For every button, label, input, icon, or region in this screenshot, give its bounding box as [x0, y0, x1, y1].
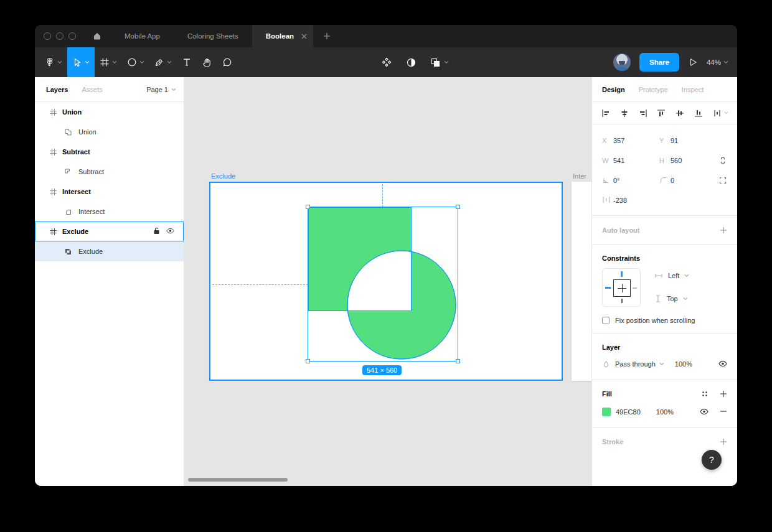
fill-hex-field[interactable]: 49EC80 [616, 408, 641, 416]
selection-bounding-box[interactable] [308, 207, 458, 361]
page-selector[interactable]: Page 1 [146, 86, 176, 93]
text-tool-button[interactable] [177, 47, 197, 77]
w-value-field[interactable]: 541 [613, 157, 659, 164]
h-value-field[interactable]: 560 [671, 157, 717, 164]
constrain-proportions-icon[interactable] [718, 156, 727, 165]
horizontal-scrollbar[interactable] [188, 478, 288, 482]
tab-layers[interactable]: Layers [46, 86, 68, 93]
layer-row-intersect[interactable]: Intersect [35, 202, 184, 222]
constraint-right-tick[interactable] [633, 287, 637, 289]
alignment-toolbar [592, 102, 737, 124]
constraint-top-tick[interactable] [621, 271, 623, 277]
rotation-value-field[interactable]: 0° [613, 177, 659, 184]
unlock-icon[interactable] [153, 227, 160, 236]
close-tab-icon[interactable] [301, 34, 307, 39]
distribute-spacing-icon[interactable] [712, 108, 728, 118]
fill-styles-icon[interactable] [701, 390, 708, 398]
tab-design[interactable]: Design [602, 86, 625, 93]
selection-handle-top-right[interactable] [456, 205, 460, 209]
align-vertical-center-icon[interactable] [675, 108, 685, 118]
constraint-bottom-tick[interactable] [621, 299, 623, 303]
hand-tool-button[interactable] [197, 47, 217, 77]
layer-row-subtract-frame[interactable]: Subtract [35, 142, 184, 162]
fix-position-checkbox[interactable] [602, 317, 610, 324]
horizontal-constraint-select[interactable]: Left [654, 272, 689, 279]
avatar[interactable] [613, 54, 631, 71]
y-value-field[interactable]: 91 [671, 137, 717, 144]
layer-opacity-field[interactable]: 100% [675, 360, 692, 368]
help-button[interactable]: ? [702, 450, 722, 470]
selection-handle-top-left[interactable] [306, 205, 310, 209]
tab-coloring-sheets[interactable]: Coloring Sheets [174, 25, 252, 47]
spacing-value-field[interactable]: -238 [613, 197, 659, 204]
x-value-field[interactable]: 357 [613, 137, 659, 144]
add-fill-button[interactable] [720, 390, 727, 398]
present-button[interactable] [688, 57, 698, 67]
fill-opacity-field[interactable]: 100% [656, 408, 674, 416]
layer-row-subtract[interactable]: Subtract [35, 162, 184, 182]
vertical-constraint-select[interactable]: Top [654, 294, 689, 303]
share-button[interactable]: Share [639, 53, 679, 72]
add-stroke-button[interactable] [720, 438, 727, 446]
align-left-icon[interactable] [601, 108, 611, 118]
tab-prototype[interactable]: Prototype [639, 86, 668, 93]
close-window-button[interactable] [44, 32, 51, 40]
tab-inspect[interactable]: Inspect [682, 86, 704, 93]
main-menu-button[interactable] [40, 47, 67, 77]
layers-panel: Layers Assets Page 1 Union Union Subtrac… [35, 77, 184, 486]
shape-tool-button[interactable] [122, 47, 149, 77]
home-icon[interactable] [92, 31, 102, 41]
fix-position-row[interactable]: Fix position when scrolling [592, 307, 737, 333]
move-tool-button[interactable] [67, 47, 95, 77]
tab-mobile-app[interactable]: Mobile App [111, 25, 174, 47]
visibility-eye-icon[interactable] [166, 228, 174, 235]
frame-label-exclude[interactable]: Exclude [211, 172, 235, 180]
tab-assets[interactable]: Assets [82, 86, 102, 93]
text-tool-icon [182, 57, 192, 67]
align-bottom-icon[interactable] [694, 108, 704, 118]
stroke-title: Stroke [602, 438, 623, 446]
boolean-subtract-layer-icon [64, 169, 72, 175]
chevron-down-icon [57, 60, 62, 64]
boolean-groups-button[interactable] [430, 57, 449, 68]
boolean-union-icon [430, 57, 441, 68]
layer-row-union-frame[interactable]: Union [35, 102, 184, 122]
fill-color-swatch[interactable] [602, 408, 611, 416]
zoom-menu[interactable]: 44% [707, 58, 728, 66]
constraints-widget[interactable] [602, 268, 641, 307]
create-component-button[interactable] [381, 57, 392, 68]
constraint-left-tick[interactable] [605, 287, 611, 289]
layer-row-intersect-frame[interactable]: Intersect [35, 182, 184, 202]
align-horizontal-center-icon[interactable] [619, 108, 629, 118]
comment-tool-button[interactable] [217, 47, 237, 77]
selection-handle-bottom-left[interactable] [306, 359, 310, 363]
frame-label-intersect[interactable]: Inter [573, 172, 591, 180]
frame-tool-button[interactable] [95, 47, 122, 77]
layer-row-exclude[interactable]: Exclude [35, 241, 184, 261]
align-top-icon[interactable] [656, 108, 666, 118]
remove-fill-button[interactable] [720, 408, 727, 416]
layer-row-exclude-frame[interactable]: Exclude [35, 222, 184, 241]
h-label: H [659, 157, 671, 164]
rotation-icon [602, 176, 613, 185]
frame-intersect-partial[interactable] [572, 182, 591, 381]
corner-radius-value-field[interactable]: 0 [671, 177, 717, 184]
blend-mode-select[interactable]: Pass through [615, 360, 664, 368]
fill-visibility-eye-icon[interactable] [700, 408, 708, 416]
tab-boolean[interactable]: Boolean [252, 25, 313, 47]
canvas[interactable]: Exclude Inter 541 × 560 [184, 77, 591, 486]
add-auto-layout-button[interactable] [720, 226, 727, 234]
auto-layout-title: Auto layout [602, 226, 640, 234]
new-tab-button[interactable] [323, 32, 331, 40]
pen-tool-button[interactable] [149, 47, 177, 77]
minimize-window-button[interactable] [56, 32, 64, 40]
use-as-mask-button[interactable] [406, 57, 417, 68]
align-right-icon[interactable] [638, 108, 648, 118]
exclude-boolean-shape[interactable] [308, 207, 458, 361]
maximize-window-button[interactable] [68, 32, 76, 40]
layer-visibility-eye-icon[interactable] [718, 360, 727, 368]
layer-row-union[interactable]: Union [35, 122, 184, 142]
window-controls [44, 32, 76, 40]
selection-handle-bottom-right[interactable] [456, 359, 460, 363]
independent-corners-icon[interactable] [718, 176, 727, 185]
